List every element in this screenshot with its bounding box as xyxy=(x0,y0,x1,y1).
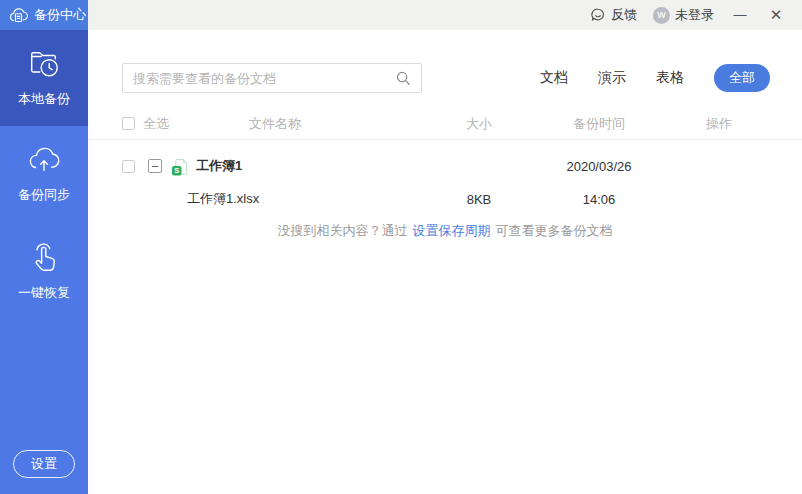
sidebar: 本地备份 备份同步 一键恢复 设置 xyxy=(0,30,88,494)
feedback-bubble-icon xyxy=(590,7,606,23)
hint-suffix: 可查看更多备份文档 xyxy=(496,223,613,238)
group-date-cell: 2020/03/26 xyxy=(534,159,664,174)
file-name[interactable]: 工作簿1.xlsx xyxy=(122,190,424,208)
app-title: 备份中心 xyxy=(34,6,86,24)
sidebar-item-backup-sync[interactable]: 备份同步 xyxy=(0,126,88,222)
sidebar-item-label: 备份同步 xyxy=(18,186,70,204)
hand-click-icon xyxy=(26,239,62,275)
group-name-area: 工作簿1 xyxy=(189,157,424,175)
table-header: 全选 文件名称 大小 备份时间 操作 xyxy=(88,108,802,140)
login-status-label: 未登录 xyxy=(675,6,714,24)
set-save-period-link[interactable]: 设置保存周期 xyxy=(413,223,491,238)
column-header-size: 大小 xyxy=(424,115,534,133)
filter-tabs: 文档 演示 表格 全部 xyxy=(540,64,770,92)
cloud-doc-logo-icon xyxy=(9,7,28,24)
sidebar-item-one-key-restore[interactable]: 一键恢复 xyxy=(0,222,88,320)
account-login[interactable]: W 未登录 xyxy=(653,6,714,24)
sidebar-item-local-backup[interactable]: 本地备份 xyxy=(0,30,88,126)
filter-tab-docs[interactable]: 文档 xyxy=(540,69,568,87)
avatar: W xyxy=(653,7,670,24)
svg-text:S: S xyxy=(174,166,179,175)
minimize-button[interactable]: — xyxy=(730,5,750,25)
filter-tab-all[interactable]: 全部 xyxy=(714,64,770,92)
titlebar-actions: 反馈 W 未登录 — ✕ xyxy=(590,0,802,30)
search-icon[interactable] xyxy=(395,70,411,86)
filter-tab-slides[interactable]: 演示 xyxy=(598,69,626,87)
search-box xyxy=(122,63,422,93)
settings-button[interactable]: 设置 xyxy=(13,450,75,478)
column-header-time: 备份时间 xyxy=(534,115,664,133)
backup-center-window: 备份中心 反馈 W 未登录 — ✕ xyxy=(0,0,802,494)
hint-prefix: 没搜到相关内容？通过 xyxy=(278,223,408,238)
spreadsheet-file-icon: S xyxy=(171,157,189,176)
close-button[interactable]: ✕ xyxy=(766,5,786,25)
file-time-cell: 14:06 xyxy=(534,192,664,207)
titlebar: 备份中心 反馈 W 未登录 — ✕ xyxy=(0,0,802,30)
folder-clock-icon xyxy=(26,47,62,81)
feedback-label: 反馈 xyxy=(611,6,637,24)
main-content: 文档 演示 表格 全部 全选 文件名称 大小 备份时间 操作 S xyxy=(88,30,802,494)
sidebar-item-label: 一键恢复 xyxy=(18,284,70,302)
column-header-action: 操作 xyxy=(664,115,774,133)
select-all-checkbox[interactable] xyxy=(122,117,135,130)
table-row-group: S 工作簿1 2020/03/26 xyxy=(88,146,802,186)
file-size-cell: 8KB xyxy=(424,192,534,207)
column-header-name: 文件名称 xyxy=(169,115,424,133)
cloud-upload-icon xyxy=(25,143,63,177)
filter-tab-sheets[interactable]: 表格 xyxy=(656,69,684,87)
search-input[interactable] xyxy=(123,71,395,86)
sidebar-item-label: 本地备份 xyxy=(18,90,70,108)
select-all-label: 全选 xyxy=(143,115,169,133)
row-checkbox[interactable] xyxy=(122,160,135,173)
feedback-button[interactable]: 反馈 xyxy=(590,6,637,24)
app-logo-area: 备份中心 xyxy=(0,0,88,30)
group-name[interactable]: 工作簿1 xyxy=(196,157,242,175)
search-hint: 没搜到相关内容？通过设置保存周期可查看更多备份文档 xyxy=(88,222,802,240)
toolbar: 文档 演示 表格 全部 xyxy=(122,63,770,93)
table-row-file[interactable]: 工作簿1.xlsx 8KB 14:06 xyxy=(88,186,802,212)
collapse-icon[interactable] xyxy=(148,159,162,173)
